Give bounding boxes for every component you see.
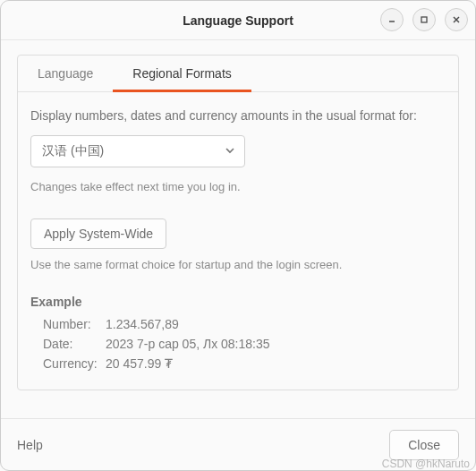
regional-formats-panel: Display numbers, dates and currency amou… (18, 92, 458, 379)
locale-select[interactable]: 汉语 (中国) (30, 135, 245, 167)
example-block: Example Number: 1.234.567,89 Date: 2023 … (30, 295, 446, 373)
example-currency-value: 20 457.99 ₮ (102, 354, 173, 373)
tab-language[interactable]: Language (18, 56, 113, 91)
tabs-container: Language Regional Formats Display number… (17, 55, 459, 390)
window-title: Language Support (183, 13, 293, 28)
example-currency-label: Currency: (30, 354, 102, 373)
example-date-row: Date: 2023 7-р сар 05, Лх 08:18:35 (30, 334, 446, 354)
tabs: Language Regional Formats (18, 56, 458, 92)
example-heading: Example (30, 295, 446, 309)
close-window-button[interactable] (445, 8, 468, 31)
example-date-value: 2023 7-р сар 05, Лх 08:18:35 (102, 334, 270, 354)
system-wide-hint: Use the same format choice for startup a… (30, 258, 446, 271)
maximize-button[interactable] (412, 8, 436, 31)
locale-selected-value: 汉语 (中国) (42, 143, 104, 159)
restart-hint: Changes take effect next time you log in… (30, 180, 446, 193)
example-number-value: 1.234.567,89 (102, 314, 179, 334)
example-number-row: Number: 1.234.567,89 (30, 314, 446, 334)
window-controls (380, 8, 468, 31)
example-date-label: Date: (30, 334, 102, 354)
svg-rect-1 (421, 17, 427, 22)
example-number-label: Number: (30, 314, 102, 334)
minimize-button[interactable] (380, 8, 404, 31)
help-button[interactable]: Help (17, 438, 43, 452)
tab-regional-formats[interactable]: Regional Formats (113, 56, 251, 92)
close-button[interactable]: Close (389, 430, 459, 460)
example-currency-row: Currency: 20 457.99 ₮ (30, 354, 446, 373)
content-area: Language Regional Formats Display number… (1, 40, 475, 416)
apply-system-wide-button[interactable]: Apply System-Wide (30, 218, 166, 249)
chevron-down-icon (225, 144, 235, 158)
format-description: Display numbers, dates and currency amou… (30, 108, 446, 123)
titlebar: Language Support (1, 1, 475, 40)
dialog-footer: Help Close (1, 418, 475, 470)
